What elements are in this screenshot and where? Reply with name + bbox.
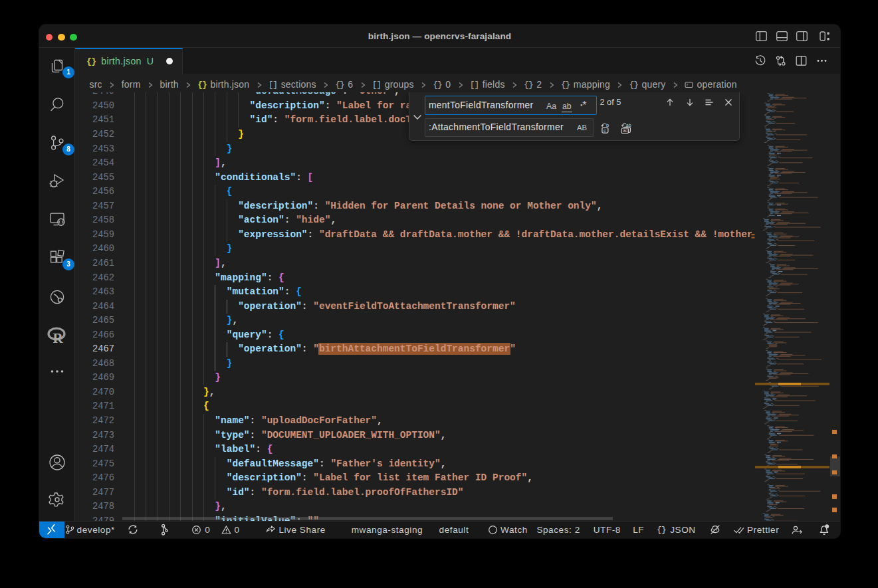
svg-text:ac: ac [623,128,628,133]
svg-text:ab: ab [626,122,631,127]
svg-text:R: R [53,330,63,345]
svg-text:c: c [604,127,606,133]
